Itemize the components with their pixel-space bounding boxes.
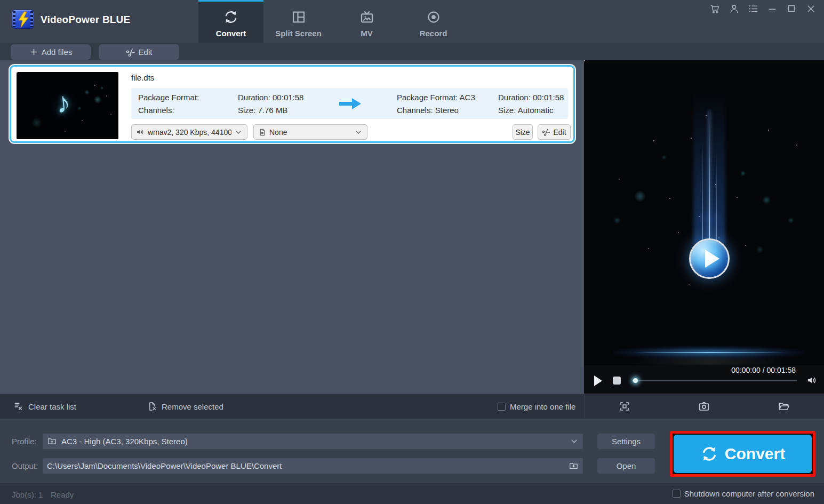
add-files-label: Add files	[42, 47, 73, 57]
source-channels: Channels:	[138, 106, 174, 115]
maximize-button[interactable]	[786, 3, 797, 14]
account-icon[interactable]	[728, 3, 740, 14]
preview-play-overlay[interactable]	[689, 238, 730, 279]
profile-label: Profile:	[12, 437, 37, 446]
titlebar: VideoPower BLUE	[0, 0, 824, 43]
shutdown-after-conversion-option[interactable]: Shutdown computer after conversion	[673, 489, 814, 498]
clear-task-list-label: Clear task list	[28, 402, 76, 411]
playback-bar: 00:00:00 / 00:01:58	[584, 365, 824, 394]
preview-tools	[585, 394, 824, 419]
remove-selected-label: Remove selected	[162, 402, 223, 411]
thumbnail-sparkles	[17, 72, 18, 73]
output-label: Output:	[12, 461, 38, 470]
tab-mv[interactable]: MV	[333, 0, 400, 43]
remove-file-icon	[147, 401, 157, 412]
play-button[interactable]	[594, 375, 602, 386]
chevron-down-icon	[234, 128, 243, 137]
volume-button[interactable]	[806, 374, 818, 386]
split-screen-icon	[291, 9, 307, 25]
chevron-down-icon	[354, 128, 363, 137]
seek-slider-knob[interactable]	[633, 378, 638, 383]
settings-button[interactable]: Settings	[597, 434, 655, 449]
audio-codec-dropdown[interactable]: wmav2, 320 Kbps, 44100 ...	[131, 124, 247, 140]
browse-folder-icon[interactable]	[569, 461, 579, 471]
plus-icon	[29, 47, 38, 57]
card-edit-button[interactable]: Edit	[538, 124, 571, 140]
cart-icon[interactable]	[709, 3, 721, 14]
settings-label: Settings	[612, 437, 641, 446]
task-list-area: ♪ file.dts Package Format: Channels: Dur…	[0, 60, 584, 394]
scissors-icon	[541, 126, 553, 138]
remove-selected-button[interactable]: Remove selected	[147, 394, 223, 419]
light-beam-line	[716, 151, 717, 244]
open-button[interactable]: Open	[597, 458, 655, 474]
clear-task-list-button[interactable]: Clear task list	[13, 394, 76, 419]
app-logo-icon	[12, 10, 34, 29]
add-files-button[interactable]: Add files	[11, 44, 91, 60]
subtitle-value: None	[269, 128, 351, 137]
speaker-icon	[136, 127, 145, 137]
target-package-format: Package Format: AC3	[397, 93, 475, 102]
profile-output-section: Profile: AC3 - High (AC3, 320Kbps, Stere…	[0, 419, 824, 483]
clear-list-icon	[13, 401, 24, 412]
file-card[interactable]: ♪ file.dts Package Format: Channels: Dur…	[10, 65, 575, 143]
video-preview-screen	[584, 60, 824, 365]
edit-label: Edit	[139, 47, 153, 57]
chevron-down-icon	[570, 437, 579, 446]
tab-record[interactable]: Record	[400, 0, 467, 43]
music-note-icon: ♪	[54, 85, 72, 119]
target-channels: Channels: Stereo	[397, 106, 459, 115]
size-button-label: Size	[515, 128, 530, 137]
tv-icon	[359, 9, 375, 25]
preview-stars-decoration	[584, 60, 585, 61]
close-button[interactable]	[805, 3, 817, 14]
light-beam-core	[709, 111, 710, 244]
profile-folder-icon	[47, 436, 57, 446]
record-icon	[426, 9, 442, 25]
tab-record-label: Record	[420, 29, 447, 38]
merge-checkbox[interactable]	[498, 403, 506, 411]
output-path-value: C:\Users\Jam\Documents\VideoPower\VideoP…	[47, 461, 564, 470]
shutdown-label: Shutdown computer after conversion	[684, 489, 814, 498]
main-tabs: Convert Split Screen MV Record	[198, 0, 467, 43]
shutdown-checkbox[interactable]	[673, 490, 681, 498]
source-package-format: Package Format:	[138, 93, 199, 102]
open-label: Open	[617, 461, 636, 470]
subtitle-dropdown[interactable]: None	[253, 124, 367, 140]
file-thumbnail: ♪	[17, 72, 118, 139]
tab-split-screen[interactable]: Split Screen	[263, 0, 333, 43]
merge-into-one-file-option[interactable]: Merge into one file	[498, 394, 575, 419]
toolbar: Add files Edit	[0, 43, 824, 60]
output-path-field[interactable]: C:\Users\Jam\Documents\VideoPower\VideoP…	[43, 458, 583, 474]
menu-list-icon[interactable]	[747, 3, 759, 14]
reflection-decoration	[629, 358, 789, 365]
minimize-button[interactable]	[766, 3, 778, 14]
audio-codec-value: wmav2, 320 Kbps, 44100 ...	[148, 128, 231, 137]
task-actions-bar: Clear task list Remove selected Merge in…	[0, 394, 824, 419]
edit-button[interactable]: Edit	[99, 44, 179, 60]
conversion-arrow-icon	[339, 98, 362, 110]
status-bar: Job(s): 1 Ready Shutdown computer after …	[0, 483, 824, 504]
lightning-icon	[17, 11, 30, 28]
conversion-info-box: Package Format: Channels: Duration: 00:0…	[131, 88, 568, 119]
convert-button[interactable]: Convert	[674, 435, 812, 473]
tab-convert-label: Convert	[216, 29, 246, 38]
seek-slider[interactable]	[632, 380, 797, 381]
tab-convert[interactable]: Convert	[198, 0, 263, 43]
stop-button[interactable]	[613, 377, 621, 385]
snapshot-camera-button[interactable]	[697, 399, 711, 413]
sync-icon	[700, 445, 718, 463]
open-folder-button[interactable]	[777, 399, 791, 413]
source-size: Size: 7.76 MB	[238, 106, 287, 115]
fullscreen-button[interactable]	[618, 399, 631, 413]
scissors-icon	[124, 45, 137, 59]
merge-label: Merge into one file	[510, 402, 575, 411]
card-edit-button-label: Edit	[553, 128, 566, 137]
profile-value: AC3 - High (AC3, 320Kbps, Stereo)	[61, 437, 565, 446]
convert-highlight-annotation: Convert	[670, 431, 815, 477]
filmstrip-decoration	[13, 11, 15, 27]
profile-dropdown[interactable]: AC3 - High (AC3, 320Kbps, Stereo)	[43, 434, 583, 449]
size-button[interactable]: Size	[513, 124, 533, 140]
convert-button-label: Convert	[725, 445, 785, 463]
time-display: 00:00:00 / 00:01:58	[731, 366, 796, 374]
